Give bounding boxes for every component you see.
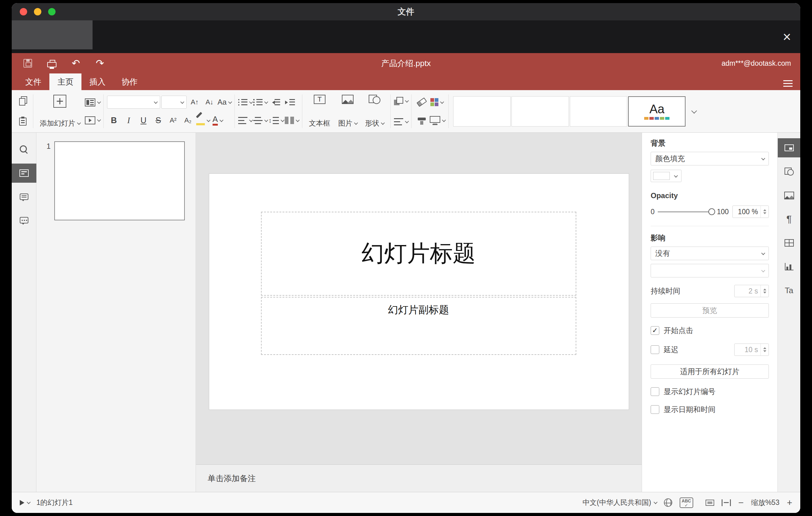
spin-down-icon[interactable] — [763, 350, 766, 352]
start-slideshow-button[interactable] — [85, 113, 100, 127]
show-slide-number-checkbox[interactable] — [651, 387, 659, 396]
start-on-click-checkbox[interactable]: ✓ — [651, 326, 659, 335]
notes-area[interactable]: 单击添加备注 — [196, 464, 642, 492]
view-settings-button[interactable] — [781, 77, 795, 90]
theme-option-3[interactable] — [570, 96, 627, 126]
paste-button[interactable] — [16, 114, 30, 129]
title-placeholder[interactable]: 幻灯片标题 — [261, 212, 576, 296]
theme-option-selected[interactable]: Aa — [628, 96, 686, 126]
subscript-button[interactable]: A₂ — [181, 113, 195, 127]
shape-settings-button[interactable] — [778, 162, 801, 181]
transition-effect-select[interactable]: 没有 — [651, 247, 769, 260]
bullet-list-button[interactable] — [238, 95, 252, 109]
fit-width-button[interactable] — [722, 499, 731, 506]
decrease-indent-button[interactable] — [268, 95, 282, 109]
chat-panel-button[interactable] — [12, 210, 36, 230]
preview-button[interactable]: 预览 — [651, 304, 769, 318]
zoom-out-button[interactable]: − — [738, 497, 744, 508]
copy-style-button[interactable] — [415, 113, 429, 127]
numbered-list-button[interactable] — [253, 95, 267, 109]
underline-button[interactable]: U — [137, 113, 150, 127]
align-shape-button[interactable] — [394, 114, 408, 129]
slide-layout-button[interactable] — [85, 95, 100, 110]
show-date-time-checkbox[interactable] — [651, 405, 659, 414]
slide-thumbnail-row[interactable]: 1 — [36, 138, 196, 224]
italic-button[interactable]: I — [122, 113, 136, 127]
tab-home[interactable]: 主页 — [49, 74, 82, 90]
superscript-button[interactable]: A² — [166, 113, 180, 127]
zoom-in-button[interactable]: + — [787, 497, 792, 508]
subtitle-placeholder[interactable]: 幻灯片副标题 — [261, 297, 576, 355]
insert-shape-button[interactable]: 形状 — [362, 93, 387, 129]
insert-image-button[interactable]: 图片 — [335, 93, 360, 129]
strikethrough-button[interactable]: S — [151, 113, 165, 127]
spin-down-icon[interactable] — [763, 292, 766, 293]
insert-textbox-button[interactable]: T 文本框 — [306, 93, 333, 129]
tab-collaboration[interactable]: 协作 — [114, 74, 146, 90]
textart-settings-button[interactable]: Ta — [778, 281, 801, 300]
slide-settings-button[interactable] — [778, 138, 801, 157]
slide-canvas[interactable]: 幻灯片标题 幻灯片副标题 — [196, 133, 642, 464]
paragraph-settings-button[interactable]: ¶ — [778, 209, 801, 229]
font-name-select[interactable] — [107, 96, 160, 109]
theme-option-2[interactable] — [512, 96, 569, 126]
bold-button[interactable]: B — [107, 113, 121, 127]
slide[interactable]: 幻灯片标题 幻灯片副标题 — [209, 174, 629, 409]
font-color-button[interactable]: A — [211, 113, 224, 127]
slides-panel-button[interactable] — [12, 164, 36, 183]
comments-panel-button[interactable] — [12, 187, 36, 206]
show-slide-number-row[interactable]: 显示幻灯片编号 — [651, 387, 769, 397]
spinner-arrows[interactable] — [760, 206, 768, 218]
language-selector[interactable]: 中文(中华人民共和国) — [582, 498, 656, 507]
delay-checkbox[interactable] — [651, 345, 659, 354]
slide-size-button[interactable] — [430, 113, 445, 127]
close-window-button[interactable] — [20, 8, 27, 16]
arrange-shape-button[interactable] — [394, 94, 408, 108]
decrement-font-size-button[interactable]: A↓ — [203, 95, 216, 109]
slide-thumbnail[interactable] — [54, 141, 185, 220]
font-size-select[interactable] — [161, 96, 187, 109]
search-panel-button[interactable] — [12, 140, 36, 159]
spin-down-icon[interactable] — [763, 212, 766, 214]
undo-button[interactable]: ↶ — [69, 56, 83, 70]
show-date-time-row[interactable]: 显示日期和时间 — [651, 405, 769, 414]
save-button[interactable] — [21, 56, 34, 70]
background-color-picker[interactable] — [651, 170, 682, 182]
columns-button[interactable] — [285, 113, 299, 127]
delay-spinner[interactable]: 10 s — [734, 343, 769, 356]
vertical-align-button[interactable] — [253, 113, 267, 127]
spin-up-icon[interactable] — [763, 209, 766, 211]
theme-gallery-expand-button[interactable] — [687, 96, 701, 126]
chart-settings-button[interactable] — [778, 257, 801, 276]
clear-style-button[interactable] — [415, 95, 429, 109]
theme-option-1[interactable] — [453, 96, 511, 126]
horizontal-align-button[interactable] — [238, 113, 252, 127]
start-on-click-row[interactable]: ✓ 开始点击 — [651, 325, 769, 336]
tab-insert[interactable]: 插入 — [82, 74, 114, 90]
opacity-slider-knob[interactable] — [708, 208, 715, 215]
tab-file[interactable]: 文件 — [17, 74, 49, 90]
spin-up-icon[interactable] — [763, 289, 766, 290]
background-fill-select[interactable]: 颜色填充 — [651, 152, 769, 165]
table-settings-button[interactable] — [778, 233, 801, 253]
change-case-button[interactable]: Aa — [218, 95, 231, 109]
increment-font-size-button[interactable]: A↑ — [188, 95, 201, 109]
start-slideshow-statusbar-button[interactable] — [20, 500, 30, 506]
transition-variant-select[interactable] — [651, 264, 769, 278]
spellcheck-button[interactable]: ABC — [680, 497, 693, 508]
image-settings-button[interactable] — [778, 186, 801, 205]
apply-to-all-slides-button[interactable]: 适用于所有幻灯片 — [651, 365, 769, 379]
line-spacing-button[interactable]: ↕ — [268, 113, 284, 127]
spin-up-icon[interactable] — [763, 347, 766, 349]
add-slide-button[interactable]: 添加幻灯片 — [37, 93, 83, 129]
fit-slide-button[interactable] — [705, 500, 714, 506]
close-icon[interactable]: × — [783, 30, 791, 44]
document-language-button[interactable] — [664, 498, 672, 507]
opacity-spinner[interactable]: 100 % — [732, 205, 769, 218]
increase-indent-button[interactable] — [283, 95, 297, 109]
minimize-window-button[interactable] — [34, 8, 41, 16]
highlight-color-button[interactable] — [196, 113, 209, 127]
print-button[interactable] — [45, 56, 59, 70]
opacity-slider[interactable] — [658, 211, 714, 212]
copy-button[interactable] — [16, 94, 30, 108]
